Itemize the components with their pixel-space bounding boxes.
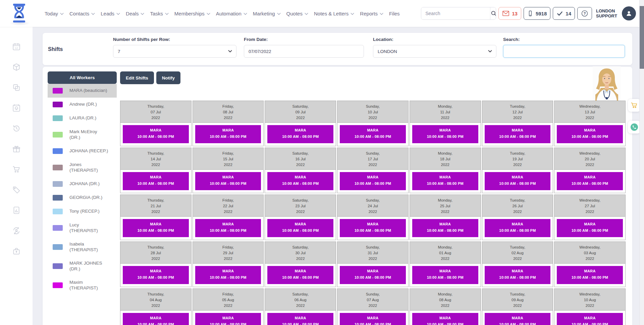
global-search-input[interactable] (421, 7, 490, 19)
day-date: 17 Jul (337, 156, 408, 162)
user-sync-icon[interactable] (12, 226, 21, 235)
worker-row[interactable]: Maxim (THERAPIST) (48, 276, 117, 295)
nav-leads[interactable]: Leads (101, 11, 120, 16)
nav-automation[interactable]: Automation (216, 11, 247, 16)
nav-contacts[interactable]: Contacts (69, 11, 95, 16)
worker-row[interactable]: Isabela (THERAPIST) (48, 237, 117, 257)
nav-files[interactable]: Files (389, 11, 400, 16)
nav-label: Today (45, 11, 58, 16)
shift-block[interactable]: MARA10:00 AM - 08:00 PM (485, 313, 551, 325)
location-select[interactable]: LONDON (373, 45, 496, 58)
page-scrollbar[interactable] (639, 0, 644, 325)
nav-tasks[interactable]: Tasks (150, 11, 168, 16)
shift-block[interactable]: MARA10:00 AM - 08:00 PM (195, 313, 261, 325)
worker-row[interactable]: GEORGIA (DR.) (48, 191, 117, 205)
worker-row[interactable]: Lucy (THERAPIST) (48, 218, 117, 237)
shift-time: 10:00 AM - 08:00 PM (123, 275, 189, 279)
shift-block[interactable]: MARA10:00 AM - 08:00 PM (195, 172, 261, 190)
nav-notes-letters[interactable]: Notes & Letters (314, 11, 354, 16)
day-year: 2022 (554, 115, 625, 121)
briefcase-icon[interactable] (12, 247, 21, 256)
worker-row[interactable]: Tony (RECEP.) (48, 205, 117, 218)
calendar-icon[interactable]: 12 (12, 42, 21, 51)
shift-block[interactable]: MARA10:00 AM - 08:00 PM (485, 172, 551, 190)
shift-block[interactable]: MARA10:00 AM - 08:00 PM (557, 266, 623, 284)
messages-badge[interactable]: 13 (498, 7, 521, 20)
all-workers-header[interactable]: All Workers (48, 71, 117, 84)
shift-block[interactable]: MARA10:00 AM - 08:00 PM (340, 313, 406, 325)
shift-block[interactable]: MARA10:00 AM - 08:00 PM (123, 172, 189, 190)
shift-block[interactable]: MARA10:00 AM - 08:00 PM (123, 219, 189, 237)
worker-row[interactable]: JOHANA (DR.) (48, 177, 117, 191)
shift-block[interactable]: MARA10:00 AM - 08:00 PM (340, 125, 406, 143)
worker-row[interactable]: LAURA (DR.) (48, 111, 117, 125)
worker-row[interactable]: Andrew (DR.) (48, 98, 117, 111)
shift-block[interactable]: MARA10:00 AM - 08:00 PM (195, 219, 261, 237)
shift-block[interactable]: MARA10:00 AM - 08:00 PM (267, 266, 333, 284)
edit-shifts-button[interactable]: Edit Shifts (120, 71, 154, 84)
tag-icon[interactable] (12, 185, 21, 194)
shift-block[interactable]: MARA10:00 AM - 08:00 PM (557, 219, 623, 237)
phone-fab phone-green-icon[interactable] (628, 121, 641, 133)
worker-row[interactable]: JOHANA (RECEP.) (48, 144, 117, 158)
calls-badge[interactable]: 5918 (524, 7, 550, 20)
notify-button[interactable]: Notify (156, 71, 180, 84)
worker-row[interactable]: MARK JOHNES (DR.) (48, 257, 117, 276)
nav-reports[interactable]: Reports (360, 11, 383, 16)
shift-block[interactable]: MARA10:00 AM - 08:00 PM (412, 219, 478, 237)
shift-block[interactable]: MARA10:00 AM - 08:00 PM (340, 266, 406, 284)
shift-block[interactable]: MARA10:00 AM - 08:00 PM (123, 125, 189, 143)
cart-icon[interactable] (12, 165, 21, 174)
shift-block[interactable]: MARA10:00 AM - 08:00 PM (340, 172, 406, 190)
history-icon[interactable] (12, 124, 21, 133)
cart-fab cart-yellow-icon[interactable] (628, 99, 641, 112)
gift-icon[interactable] (12, 145, 21, 153)
nav-today[interactable]: Today (45, 11, 64, 16)
worker-name: Maxim (THERAPIST) (69, 280, 98, 291)
shift-block[interactable]: MARA10:00 AM - 08:00 PM (267, 313, 333, 325)
avatar user-icon[interactable] (622, 6, 636, 20)
shifts-per-row-select[interactable]: 7 (113, 45, 236, 58)
shift-block[interactable]: MARA10:00 AM - 08:00 PM (195, 266, 261, 284)
shift-block[interactable]: MARA10:00 AM - 08:00 PM (412, 172, 478, 190)
worker-row[interactable]: Jones (THERAPIST) (48, 158, 117, 177)
scrollbar-thumb[interactable] (640, 6, 644, 69)
calendar-bell-icon[interactable] (12, 104, 21, 112)
package-icon[interactable] (12, 63, 21, 71)
tasks-badge[interactable]: 14 (553, 7, 575, 20)
shift-block[interactable]: MARA10:00 AM - 08:00 PM (412, 266, 478, 284)
shift-block[interactable]: MARA10:00 AM - 08:00 PM (557, 313, 623, 325)
from-date-input[interactable] (244, 45, 364, 58)
search-icon[interactable] (490, 7, 496, 19)
chevron-down-icon (351, 13, 354, 15)
day-of-week: Wednesday, (554, 245, 625, 250)
shift-block[interactable]: MARA10:00 AM - 08:00 PM (267, 125, 333, 143)
report-icon[interactable] (12, 206, 21, 215)
shift-worker: MARA (195, 222, 261, 226)
worker-row[interactable]: MARA (beautician) (48, 84, 117, 98)
shift-search-input[interactable] (503, 45, 625, 58)
nav-memberships[interactable]: Memberships (174, 11, 210, 16)
shift-cell: MARA10:00 AM - 08:00 PM (554, 122, 626, 146)
shift-block[interactable]: MARA10:00 AM - 08:00 PM (412, 125, 478, 143)
shift-block[interactable]: MARA10:00 AM - 08:00 PM (485, 125, 551, 143)
shift-block[interactable]: MARA10:00 AM - 08:00 PM (340, 219, 406, 237)
copy-icon[interactable] (12, 83, 21, 92)
shift-block[interactable]: MARA10:00 AM - 08:00 PM (485, 219, 551, 237)
help-badge[interactable]: ? (577, 7, 592, 20)
shift-block[interactable]: MARA10:00 AM - 08:00 PM (412, 313, 478, 325)
nav-marketing[interactable]: Marketing (253, 11, 281, 16)
day-of-week: Wednesday, (554, 104, 625, 109)
nav-deals[interactable]: Deals (126, 11, 144, 16)
shift-block[interactable]: MARA10:00 AM - 08:00 PM (485, 266, 551, 284)
shift-block[interactable]: MARA10:00 AM - 08:00 PM (195, 125, 261, 143)
shift-block[interactable]: MARA10:00 AM - 08:00 PM (557, 125, 623, 143)
nav-quotes[interactable]: Quotes (286, 11, 308, 16)
worker-row[interactable]: Mark McElroy (DR.) (48, 125, 117, 144)
shift-block[interactable]: MARA10:00 AM - 08:00 PM (267, 172, 333, 190)
shift-block[interactable]: MARA10:00 AM - 08:00 PM (267, 219, 333, 237)
shift-block[interactable]: MARA10:00 AM - 08:00 PM (557, 172, 623, 190)
shift-block[interactable]: MARA10:00 AM - 08:00 PM (123, 313, 189, 325)
shift-block[interactable]: MARA10:00 AM - 08:00 PM (123, 266, 189, 284)
app-logo hourglass-logo-icon[interactable] (11, 3, 27, 23)
